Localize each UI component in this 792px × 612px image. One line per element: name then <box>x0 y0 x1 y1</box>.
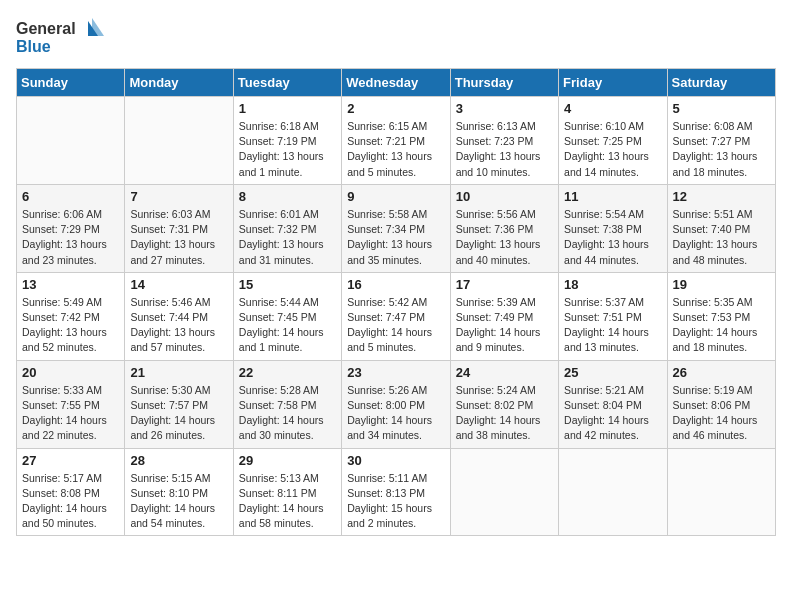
calendar-cell: 3Sunrise: 6:13 AM Sunset: 7:23 PM Daylig… <box>450 97 558 185</box>
day-info: Sunrise: 5:42 AM Sunset: 7:47 PM Dayligh… <box>347 295 444 356</box>
calendar-week-row: 13Sunrise: 5:49 AM Sunset: 7:42 PM Dayli… <box>17 272 776 360</box>
calendar-cell <box>559 448 667 536</box>
day-number: 11 <box>564 189 661 204</box>
calendar-table: SundayMondayTuesdayWednesdayThursdayFrid… <box>16 68 776 536</box>
day-info: Sunrise: 5:37 AM Sunset: 7:51 PM Dayligh… <box>564 295 661 356</box>
day-info: Sunrise: 6:15 AM Sunset: 7:21 PM Dayligh… <box>347 119 444 180</box>
calendar-cell: 29Sunrise: 5:13 AM Sunset: 8:11 PM Dayli… <box>233 448 341 536</box>
svg-text:General: General <box>16 20 76 37</box>
weekday-header-row: SundayMondayTuesdayWednesdayThursdayFrid… <box>17 69 776 97</box>
day-info: Sunrise: 6:18 AM Sunset: 7:19 PM Dayligh… <box>239 119 336 180</box>
day-number: 9 <box>347 189 444 204</box>
calendar-cell: 4Sunrise: 6:10 AM Sunset: 7:25 PM Daylig… <box>559 97 667 185</box>
calendar-cell: 23Sunrise: 5:26 AM Sunset: 8:00 PM Dayli… <box>342 360 450 448</box>
weekday-header: Monday <box>125 69 233 97</box>
calendar-cell: 21Sunrise: 5:30 AM Sunset: 7:57 PM Dayli… <box>125 360 233 448</box>
day-info: Sunrise: 5:21 AM Sunset: 8:04 PM Dayligh… <box>564 383 661 444</box>
day-number: 15 <box>239 277 336 292</box>
day-number: 28 <box>130 453 227 468</box>
day-number: 22 <box>239 365 336 380</box>
day-info: Sunrise: 6:06 AM Sunset: 7:29 PM Dayligh… <box>22 207 119 268</box>
calendar-cell: 12Sunrise: 5:51 AM Sunset: 7:40 PM Dayli… <box>667 184 775 272</box>
day-info: Sunrise: 6:10 AM Sunset: 7:25 PM Dayligh… <box>564 119 661 180</box>
day-info: Sunrise: 5:35 AM Sunset: 7:53 PM Dayligh… <box>673 295 770 356</box>
weekday-header: Saturday <box>667 69 775 97</box>
day-number: 8 <box>239 189 336 204</box>
calendar-cell: 19Sunrise: 5:35 AM Sunset: 7:53 PM Dayli… <box>667 272 775 360</box>
day-info: Sunrise: 6:13 AM Sunset: 7:23 PM Dayligh… <box>456 119 553 180</box>
day-number: 20 <box>22 365 119 380</box>
day-number: 16 <box>347 277 444 292</box>
calendar-cell <box>125 97 233 185</box>
calendar-cell: 9Sunrise: 5:58 AM Sunset: 7:34 PM Daylig… <box>342 184 450 272</box>
day-info: Sunrise: 5:56 AM Sunset: 7:36 PM Dayligh… <box>456 207 553 268</box>
calendar-cell <box>667 448 775 536</box>
day-info: Sunrise: 5:19 AM Sunset: 8:06 PM Dayligh… <box>673 383 770 444</box>
day-number: 10 <box>456 189 553 204</box>
day-number: 18 <box>564 277 661 292</box>
calendar-cell: 26Sunrise: 5:19 AM Sunset: 8:06 PM Dayli… <box>667 360 775 448</box>
day-info: Sunrise: 5:26 AM Sunset: 8:00 PM Dayligh… <box>347 383 444 444</box>
day-number: 26 <box>673 365 770 380</box>
day-info: Sunrise: 5:30 AM Sunset: 7:57 PM Dayligh… <box>130 383 227 444</box>
calendar-week-row: 20Sunrise: 5:33 AM Sunset: 7:55 PM Dayli… <box>17 360 776 448</box>
day-number: 27 <box>22 453 119 468</box>
svg-text:Blue: Blue <box>16 38 51 55</box>
day-info: Sunrise: 6:08 AM Sunset: 7:27 PM Dayligh… <box>673 119 770 180</box>
day-info: Sunrise: 5:51 AM Sunset: 7:40 PM Dayligh… <box>673 207 770 268</box>
day-number: 29 <box>239 453 336 468</box>
day-number: 17 <box>456 277 553 292</box>
calendar-cell: 5Sunrise: 6:08 AM Sunset: 7:27 PM Daylig… <box>667 97 775 185</box>
weekday-header: Tuesday <box>233 69 341 97</box>
calendar-week-row: 27Sunrise: 5:17 AM Sunset: 8:08 PM Dayli… <box>17 448 776 536</box>
calendar-cell: 14Sunrise: 5:46 AM Sunset: 7:44 PM Dayli… <box>125 272 233 360</box>
day-number: 3 <box>456 101 553 116</box>
day-info: Sunrise: 5:39 AM Sunset: 7:49 PM Dayligh… <box>456 295 553 356</box>
calendar-cell: 7Sunrise: 6:03 AM Sunset: 7:31 PM Daylig… <box>125 184 233 272</box>
calendar-cell: 22Sunrise: 5:28 AM Sunset: 7:58 PM Dayli… <box>233 360 341 448</box>
day-info: Sunrise: 5:28 AM Sunset: 7:58 PM Dayligh… <box>239 383 336 444</box>
day-number: 24 <box>456 365 553 380</box>
day-number: 5 <box>673 101 770 116</box>
logo: GeneralBlue <box>16 16 106 56</box>
calendar-cell: 30Sunrise: 5:11 AM Sunset: 8:13 PM Dayli… <box>342 448 450 536</box>
day-number: 25 <box>564 365 661 380</box>
calendar-cell: 8Sunrise: 6:01 AM Sunset: 7:32 PM Daylig… <box>233 184 341 272</box>
calendar-cell: 15Sunrise: 5:44 AM Sunset: 7:45 PM Dayli… <box>233 272 341 360</box>
calendar-cell: 1Sunrise: 6:18 AM Sunset: 7:19 PM Daylig… <box>233 97 341 185</box>
calendar-cell: 17Sunrise: 5:39 AM Sunset: 7:49 PM Dayli… <box>450 272 558 360</box>
day-info: Sunrise: 5:33 AM Sunset: 7:55 PM Dayligh… <box>22 383 119 444</box>
day-info: Sunrise: 6:01 AM Sunset: 7:32 PM Dayligh… <box>239 207 336 268</box>
weekday-header: Friday <box>559 69 667 97</box>
calendar-cell: 16Sunrise: 5:42 AM Sunset: 7:47 PM Dayli… <box>342 272 450 360</box>
logo-svg: GeneralBlue <box>16 16 106 56</box>
day-number: 4 <box>564 101 661 116</box>
calendar-cell <box>17 97 125 185</box>
calendar-week-row: 1Sunrise: 6:18 AM Sunset: 7:19 PM Daylig… <box>17 97 776 185</box>
calendar-cell: 28Sunrise: 5:15 AM Sunset: 8:10 PM Dayli… <box>125 448 233 536</box>
day-info: Sunrise: 5:13 AM Sunset: 8:11 PM Dayligh… <box>239 471 336 532</box>
calendar-cell: 27Sunrise: 5:17 AM Sunset: 8:08 PM Dayli… <box>17 448 125 536</box>
day-info: Sunrise: 5:11 AM Sunset: 8:13 PM Dayligh… <box>347 471 444 532</box>
day-number: 13 <box>22 277 119 292</box>
day-number: 6 <box>22 189 119 204</box>
calendar-cell <box>450 448 558 536</box>
day-info: Sunrise: 5:44 AM Sunset: 7:45 PM Dayligh… <box>239 295 336 356</box>
calendar-cell: 20Sunrise: 5:33 AM Sunset: 7:55 PM Dayli… <box>17 360 125 448</box>
calendar-cell: 2Sunrise: 6:15 AM Sunset: 7:21 PM Daylig… <box>342 97 450 185</box>
day-number: 1 <box>239 101 336 116</box>
day-number: 30 <box>347 453 444 468</box>
weekday-header: Thursday <box>450 69 558 97</box>
calendar-cell: 10Sunrise: 5:56 AM Sunset: 7:36 PM Dayli… <box>450 184 558 272</box>
calendar-cell: 6Sunrise: 6:06 AM Sunset: 7:29 PM Daylig… <box>17 184 125 272</box>
day-number: 14 <box>130 277 227 292</box>
day-info: Sunrise: 5:46 AM Sunset: 7:44 PM Dayligh… <box>130 295 227 356</box>
page-header: GeneralBlue <box>16 16 776 56</box>
day-info: Sunrise: 5:17 AM Sunset: 8:08 PM Dayligh… <box>22 471 119 532</box>
calendar-cell: 18Sunrise: 5:37 AM Sunset: 7:51 PM Dayli… <box>559 272 667 360</box>
day-number: 19 <box>673 277 770 292</box>
calendar-cell: 13Sunrise: 5:49 AM Sunset: 7:42 PM Dayli… <box>17 272 125 360</box>
day-number: 21 <box>130 365 227 380</box>
day-info: Sunrise: 6:03 AM Sunset: 7:31 PM Dayligh… <box>130 207 227 268</box>
calendar-cell: 25Sunrise: 5:21 AM Sunset: 8:04 PM Dayli… <box>559 360 667 448</box>
